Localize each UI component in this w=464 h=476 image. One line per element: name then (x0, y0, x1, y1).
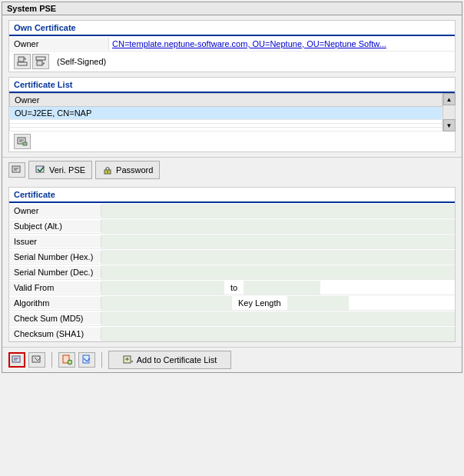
cert-to-label: to (224, 283, 244, 292)
cert-valid-to-input[interactable] (244, 281, 320, 295)
cert-valid-from-label: Valid From (9, 281, 101, 294)
cert-toolbar: Add to Certificate List (2, 347, 462, 372)
cert-valid-from-input[interactable] (101, 281, 224, 295)
owner-row: Owner CN=template.neptune-software.com, … (9, 36, 455, 52)
cert-serial-hex-input[interactable] (101, 250, 455, 264)
cert-list-cell-owner: OU=J2EE, CN=NAP (10, 107, 442, 120)
cert-owner-input[interactable] (101, 204, 455, 218)
certificate-list-section: Certificate List Owner OU=J2EE, CN=NAP ▲… (8, 77, 456, 152)
svg-rect-14 (12, 356, 20, 362)
svg-rect-3 (37, 61, 42, 65)
import-cert-button[interactable] (32, 54, 49, 69)
password-label: Password (116, 165, 153, 175)
cert-list-icon-row (9, 131, 455, 151)
own-cert-icon-row: (Self-Signed) (9, 52, 455, 72)
cert-action-button-3[interactable] (58, 352, 75, 368)
add-to-cert-list-label: Add to Certificate List (137, 355, 217, 364)
owner-value[interactable]: CN=template.neptune-software.com, OU=Nep… (109, 38, 455, 50)
cert-md5-input[interactable] (101, 311, 455, 325)
cert-serial-dec-input[interactable] (101, 265, 455, 279)
cert-algo-label: Algorithm (9, 297, 101, 309)
scroll-up-arrow[interactable]: ▲ (443, 93, 456, 105)
svg-rect-7 (23, 142, 27, 145)
cert-issuer-input[interactable] (101, 235, 455, 248)
cert-owner-label: Owner (9, 205, 101, 217)
cert-action-2-icon (31, 355, 42, 365)
cert-keylength-label: Key Length (232, 298, 287, 308)
cert-owner-row: Owner (9, 203, 455, 218)
add-to-cert-icon (123, 355, 134, 365)
main-panel: System PSE Own Certificate Owner CN=temp… (2, 2, 462, 373)
cert-issuer-label: Issuer (9, 235, 101, 248)
self-signed-value: (Self-Signed) (51, 55, 450, 68)
pse-icon-1 (12, 165, 22, 175)
cert-fields: Owner Subject (Alt.) Issuer Serial Numbe… (9, 203, 455, 341)
veri-pse-label: Veri. PSE (49, 165, 85, 175)
export-cert-button[interactable] (14, 54, 31, 69)
cert-list-action-button[interactable] (14, 134, 31, 149)
cert-list-main: Owner OU=J2EE, CN=NAP (9, 93, 442, 131)
cert-serial-dec-row: Serial Number (Dec.) (9, 265, 455, 280)
cert-highlighted-icon (12, 355, 22, 365)
cert-serial-dec-label: Serial Number (Dec.) (9, 266, 101, 278)
cert-md5-row: Check Sum (MD5) (9, 311, 455, 326)
cert-issuer-row: Issuer (9, 234, 455, 249)
pse-toolbar: Veri. PSE Password (2, 157, 462, 182)
toolbar-separator (51, 352, 52, 368)
toolbar-separator-2 (101, 352, 102, 368)
cert-action-3-icon (61, 355, 72, 365)
cert-keylength-input[interactable] (287, 296, 349, 310)
cert-action-button-2[interactable] (28, 352, 45, 368)
lock-icon (102, 165, 113, 175)
cert-valid-row: Valid From to (9, 280, 455, 295)
panel-title: System PSE (2, 2, 462, 15)
own-certificate-section: Own Certificate Owner CN=template.neptun… (8, 20, 456, 72)
cert-serial-hex-label: Serial Number (Hex.) (9, 251, 101, 263)
cert-list-header-owner: Owner (10, 94, 442, 107)
cert-algo-inputs: Key Length (101, 296, 349, 310)
import-icon (35, 56, 46, 67)
certificate-section: Certificate Owner Subject (Alt.) Issuer … (8, 187, 456, 342)
own-certificate-title: Own Certificate (9, 21, 455, 36)
cert-list-action-icon (17, 136, 28, 147)
cert-subject-label: Subject (Alt.) (9, 220, 101, 232)
cert-action-button-4[interactable] (78, 352, 95, 368)
add-to-cert-list-button[interactable]: Add to Certificate List (108, 351, 231, 369)
cert-list-with-scroll: Owner OU=J2EE, CN=NAP ▲ ▼ (9, 93, 455, 131)
cert-serial-hex-row: Serial Number (Hex.) (9, 249, 455, 265)
cert-list-table: Owner OU=J2EE, CN=NAP (9, 93, 442, 131)
svg-point-13 (107, 171, 108, 173)
cert-subject-input[interactable] (101, 219, 455, 233)
cert-md5-label: Check Sum (MD5) (9, 312, 101, 325)
cert-list-cell-owner (10, 128, 442, 131)
cert-sha1-label: Checksum (SHA1) (9, 328, 101, 340)
export-icon (17, 56, 28, 67)
pse-icon-button-1[interactable] (8, 162, 25, 178)
svg-rect-2 (36, 57, 45, 60)
svg-rect-8 (12, 166, 20, 172)
veri-pse-icon (35, 165, 46, 175)
cert-sha1-input[interactable] (101, 327, 455, 341)
certificate-list-title: Certificate List (9, 78, 455, 93)
svg-rect-0 (18, 62, 27, 65)
password-button[interactable]: Password (95, 161, 160, 179)
cert-list-row[interactable] (10, 128, 442, 131)
cert-algo-row: Algorithm Key Length (9, 295, 455, 311)
owner-label: Owner (9, 38, 109, 50)
svg-rect-1 (18, 57, 24, 62)
cert-action-4-icon (81, 355, 92, 365)
cert-list-row[interactable]: OU=J2EE, CN=NAP (10, 107, 442, 120)
certificate-section-title: Certificate (9, 188, 455, 203)
cert-subject-row: Subject (Alt.) (9, 218, 455, 234)
cert-algo-input[interactable] (101, 296, 232, 310)
veri-pse-button[interactable]: Veri. PSE (28, 161, 92, 179)
cert-action-button-highlighted[interactable] (8, 352, 25, 368)
cert-sha1-row: Checksum (SHA1) (9, 326, 455, 341)
cert-list-scrollbar: ▲ ▼ (442, 93, 455, 131)
scroll-down-arrow[interactable]: ▼ (443, 119, 456, 131)
cert-valid-inputs: to (101, 281, 320, 295)
